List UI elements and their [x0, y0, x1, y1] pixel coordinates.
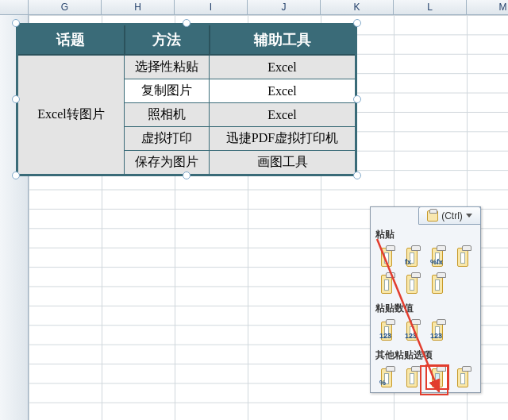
method-cell: 保存为图片: [125, 151, 210, 175]
table-header: 方法: [125, 25, 210, 56]
paste-option-linked-picture[interactable]: [452, 365, 474, 389]
paste-option-link[interactable]: [401, 365, 423, 389]
paste-option-all[interactable]: [375, 245, 398, 268]
method-cell: 选择性粘贴: [125, 55, 210, 79]
select-all-corner[interactable]: [0, 0, 29, 14]
tool-cell: Excel: [210, 79, 356, 103]
resize-handle[interactable]: [12, 19, 20, 27]
paste-option-values-format[interactable]: 123: [426, 318, 448, 342]
tool-cell: Excel: [210, 103, 356, 127]
paste-option-no-border[interactable]: [375, 272, 398, 295]
resize-handle[interactable]: [12, 171, 20, 179]
column-header[interactable]: G: [29, 0, 102, 14]
clipboard-icon: [427, 210, 438, 222]
topic-cell: Excel转图片: [17, 55, 125, 175]
tool-cell: 迅捷PDF虚拟打印机: [210, 127, 356, 151]
resize-handle[interactable]: [183, 19, 190, 27]
column-header[interactable]: M: [467, 0, 508, 14]
table-row: Excel转图片 选择性粘贴 Excel: [17, 55, 356, 79]
tool-cell: Excel: [210, 55, 356, 79]
method-cell: 照相机: [125, 103, 210, 127]
resize-handle[interactable]: [353, 19, 361, 27]
column-header[interactable]: K: [321, 0, 394, 14]
table-header: 辅助工具: [210, 25, 356, 56]
paste-option-column-width[interactable]: [401, 272, 423, 295]
embedded-table: 话题 方法 辅助工具 Excel转图片 选择性粘贴 Excel 复制图片 Exc…: [16, 23, 357, 176]
section-title: 粘贴数值: [371, 299, 480, 317]
column-header[interactable]: H: [102, 0, 175, 14]
table-header: 话题: [17, 25, 125, 56]
resize-handle[interactable]: [353, 171, 361, 179]
tool-cell: 画图工具: [210, 151, 356, 175]
paste-option-keep-format[interactable]: [452, 245, 474, 268]
paste-option-formulas[interactable]: fx: [401, 245, 423, 268]
method-cell: 虚拟打印: [125, 127, 210, 151]
section-title: 其他粘贴选项: [371, 345, 480, 364]
column-header-row: G H I J K L M: [0, 0, 508, 15]
column-header[interactable]: L: [394, 0, 467, 14]
paste-option-transpose[interactable]: [426, 272, 448, 295]
paste-option-formatting[interactable]: %: [375, 365, 398, 389]
paste-options-popup: (Ctrl) 粘贴 fx %fx 粘贴数值 123 123 123 其他粘贴选项…: [370, 206, 481, 393]
paste-option-values[interactable]: 123: [375, 318, 398, 342]
column-header[interactable]: J: [248, 0, 321, 14]
resize-handle[interactable]: [353, 95, 361, 103]
paste-options-button[interactable]: (Ctrl): [418, 206, 481, 225]
paste-option-values-number[interactable]: 123: [401, 318, 423, 342]
section-title: 粘贴: [371, 225, 480, 243]
paste-option-formulas-number[interactable]: %fx: [426, 245, 448, 268]
selected-object-frame[interactable]: 话题 方法 辅助工具 Excel转图片 选择性粘贴 Excel 复制图片 Exc…: [16, 23, 357, 175]
resize-handle[interactable]: [183, 171, 190, 179]
paste-options-label: (Ctrl): [441, 210, 463, 222]
column-header[interactable]: I: [175, 0, 248, 14]
resize-handle[interactable]: [12, 95, 20, 103]
chevron-down-icon: [466, 214, 472, 218]
paste-option-picture[interactable]: [426, 365, 448, 389]
method-cell: 复制图片: [125, 79, 210, 103]
